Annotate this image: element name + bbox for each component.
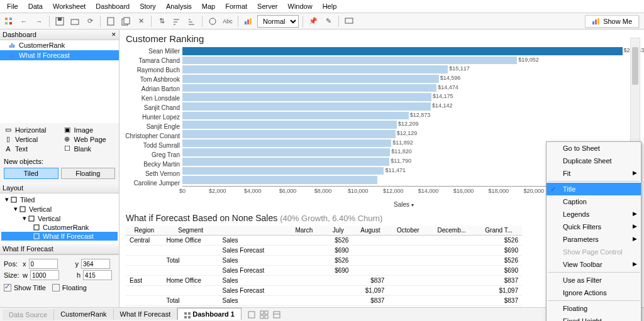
horizontal-icon: ▭ — [4, 126, 13, 134]
col-header: Region — [126, 226, 162, 236]
back-icon[interactable]: ← — [18, 15, 30, 28]
menu-server[interactable]: Server — [253, 1, 282, 11]
bar-row[interactable]: $14,175 — [182, 92, 625, 102]
svg-rect-11 — [245, 21, 247, 24]
tab-data-source[interactable]: Data Source — [3, 309, 54, 320]
tab-customerrank[interactable]: CustomerRank — [54, 308, 113, 320]
bar-row[interactable]: $14,596 — [182, 74, 625, 84]
tab-what-if-forecast[interactable]: What If Forecast — [114, 308, 178, 320]
col-header — [219, 226, 284, 236]
object-vertical[interactable]: ▯Vertical — [4, 135, 57, 143]
bar — [182, 112, 409, 120]
bar-row[interactable]: $14,474 — [182, 84, 625, 93]
object-blank[interactable]: ☐Blank — [63, 144, 116, 153]
menu-item-use-as-filter[interactable]: Use as Filter — [547, 274, 641, 286]
layout-node-customerrank[interactable]: CustomerRank — [1, 223, 118, 232]
chart-type-icon[interactable] — [242, 15, 255, 28]
y-input[interactable] — [81, 259, 110, 269]
duplicate-icon[interactable] — [119, 15, 132, 28]
highlight-icon[interactable]: ✎ — [322, 15, 335, 28]
new-worksheet-icon[interactable] — [104, 15, 117, 28]
menu-story[interactable]: Story — [135, 1, 160, 11]
connect-icon[interactable] — [69, 15, 81, 28]
floating-checkbox[interactable] — [52, 284, 60, 291]
menu-item-caption[interactable]: Caption — [547, 195, 641, 208]
bar-row[interactable]: $14,142 — [182, 102, 625, 111]
sort-desc-icon[interactable] — [186, 15, 198, 28]
menu-item-title[interactable]: Title✓ — [547, 183, 641, 195]
object-image[interactable]: ▣Image — [63, 126, 116, 134]
swap-icon[interactable]: ⇅ — [155, 15, 168, 28]
bar-row[interactable]: $12,209 — [182, 120, 625, 129]
object-webpage[interactable]: ⊕Web Page — [63, 135, 116, 143]
table-row[interactable]: TotalSales$837$837 — [126, 296, 522, 306]
menu-dashboard[interactable]: Dashboard — [91, 1, 134, 11]
sidebar: Dashboard ✕ CustomerRankWhat If Forecast… — [0, 30, 119, 318]
pin-icon[interactable]: 📌 — [307, 15, 319, 28]
close-panel-icon[interactable]: ✕ — [111, 31, 116, 38]
menu-worksheet[interactable]: Worksheet — [48, 1, 90, 11]
menu-analysis[interactable]: Analysis — [162, 1, 196, 11]
menu-item-quick-filters[interactable]: Quick Filters▶ — [547, 220, 641, 233]
table-row[interactable]: Sales Forecast$690$690 — [126, 266, 522, 276]
layout-node-tiled[interactable]: ▾ Tiled — [1, 195, 118, 204]
abc-icon[interactable]: Abc — [221, 15, 234, 28]
bar-row[interactable]: $19,052 — [182, 56, 625, 65]
save-icon[interactable] — [53, 15, 66, 28]
menu-file[interactable]: File — [3, 1, 23, 11]
tab-dashboard-1[interactable]: Dashboard 1 — [177, 308, 242, 320]
tiled-button[interactable]: Tiled — [4, 168, 58, 179]
menu-item-floating[interactable]: Floating — [547, 302, 641, 315]
container-icon — [28, 215, 36, 222]
object-horizontal[interactable]: ▭Horizontal — [4, 126, 57, 134]
sheet-item-what-if-forecast[interactable]: What If Forecast — [0, 50, 119, 60]
svg-rect-24 — [11, 197, 16, 202]
menu-item-view-toolbar[interactable]: View Toolbar▶ — [547, 258, 641, 271]
presentation-icon[interactable] — [343, 15, 355, 28]
auto-update-icon[interactable]: ⟳ — [84, 15, 96, 28]
forward-icon[interactable]: → — [33, 15, 45, 28]
show-me-button[interactable]: Show Me — [585, 15, 639, 28]
new-story-icon[interactable] — [270, 308, 283, 321]
table-row[interactable]: TotalSales$526$526 — [126, 256, 522, 266]
x-input[interactable] — [29, 259, 58, 269]
menu-format[interactable]: Format — [221, 1, 252, 11]
bar-row[interactable]: $25,043 — [182, 46, 625, 56]
table-row[interactable]: Sales Forecast$690$690 — [126, 246, 522, 256]
menu-help[interactable]: Help — [318, 1, 341, 11]
w-input[interactable] — [30, 270, 59, 280]
menu-item-legends[interactable]: Legends▶ — [547, 208, 641, 220]
group-icon[interactable] — [206, 15, 219, 28]
new-dashboard-icon[interactable] — [258, 308, 270, 321]
layout-node-vertical[interactable]: ▾ Vertical — [1, 214, 118, 223]
layout-node-vertical[interactable]: ▾ Vertical — [1, 204, 118, 214]
sort-asc-icon[interactable] — [170, 15, 183, 28]
floating-button[interactable]: Floating — [61, 168, 116, 179]
bar-row[interactable]: $15,117 — [182, 65, 625, 74]
show-title-checkbox[interactable] — [4, 284, 11, 291]
clear-icon[interactable]: ✕ — [135, 15, 147, 28]
menu-data[interactable]: Data — [24, 1, 47, 11]
sheet-item-customerrank[interactable]: CustomerRank — [0, 40, 119, 50]
menu-item-fixed-height[interactable]: Fixed Height — [547, 315, 641, 321]
table-row[interactable]: CentralHome OfficeSales$526$526 — [126, 236, 522, 246]
menu-map[interactable]: Map — [197, 1, 219, 11]
bar-row[interactable]: $12,129 — [182, 129, 625, 139]
h-input[interactable] — [83, 270, 112, 280]
menu-item-go-to-sheet[interactable]: Go to Sheet — [547, 142, 641, 155]
new-sheet-icon[interactable] — [245, 308, 258, 321]
menu-item-ignore-actions[interactable]: Ignore Actions — [547, 286, 641, 299]
svg-rect-35 — [265, 311, 268, 314]
svg-rect-7 — [108, 18, 114, 25]
bar-row[interactable]: $12,873 — [182, 111, 625, 121]
menu-item-parameters[interactable]: Parameters▶ — [547, 233, 641, 246]
layout-node-what-if-forecast[interactable]: What If Forecast — [1, 232, 118, 241]
menu-window[interactable]: Window — [284, 1, 317, 11]
category-label: Seth Vernon — [119, 169, 182, 178]
menu-item-duplicate-sheet[interactable]: Duplicate Sheet — [547, 155, 641, 167]
menu-item-fit[interactable]: Fit▶ — [547, 167, 641, 180]
fit-select[interactable]: Normal — [257, 15, 299, 28]
table-row[interactable]: EastHome OfficeSales$837$837 — [126, 276, 522, 286]
object-text[interactable]: AText — [4, 144, 57, 153]
table-row[interactable]: Sales Forecast$1,097$1,097 — [126, 286, 522, 296]
